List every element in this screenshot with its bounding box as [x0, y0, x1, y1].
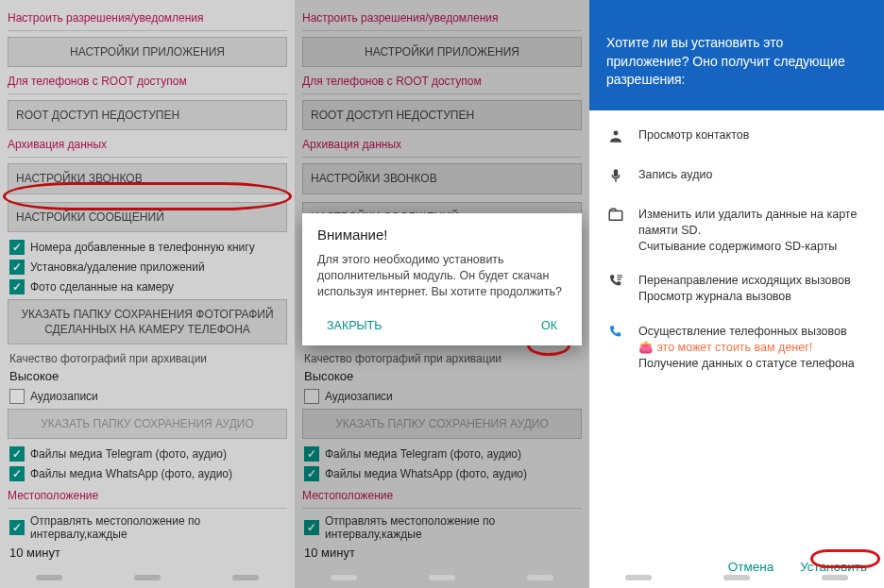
checkbox-label: Аудиозаписи [325, 390, 393, 403]
checkbox-icon [9, 520, 25, 535]
nav-home-icon[interactable] [134, 575, 161, 580]
nav-bar [295, 567, 589, 588]
checkbox-location-row[interactable]: Отправлять местоположение по интервалу,к… [9, 514, 287, 541]
dialog-ok-button[interactable]: ОК [534, 315, 565, 336]
permission-row: Просмотр контактов [589, 118, 884, 158]
nav-recent-icon[interactable] [527, 575, 553, 580]
section-archive-title: Архивация данных [8, 138, 287, 151]
nav-home-icon[interactable] [723, 575, 750, 580]
dialog-body: Для этого необходимо установить дополнит… [317, 252, 567, 300]
phone-icon [606, 324, 625, 344]
nav-bar [0, 567, 295, 588]
svg-point-0 [614, 130, 619, 135]
divider [302, 30, 582, 31]
install-header: Хотите ли вы установить это приложение? … [589, 0, 884, 110]
pane-settings-2: Настроить разрешения/уведомления НАСТРОЙ… [295, 0, 589, 588]
permission-line: Осуществление телефонных вызовов [638, 325, 847, 338]
section-location-title: Местоположение [302, 489, 582, 502]
call-log-icon [606, 273, 625, 294]
calls-settings-button[interactable]: НАСТРОЙКИ ЗВОНКОВ [8, 163, 287, 193]
photo-folder-button[interactable]: УКАЗАТЬ ПАПКУ СОХРАНЕНИЯ ФОТОГРАФИЙ СДЕЛ… [8, 299, 287, 344]
checkbox-icon [304, 446, 319, 462]
contact-icon [606, 127, 625, 148]
permission-row: Перенаправление исходящих вызовов Просмо… [589, 263, 884, 314]
root-button[interactable]: ROOT ДОСТУП НЕДОСТУПЕН [8, 100, 287, 130]
permission-text: Просмотр контактов [638, 127, 749, 143]
nav-back-icon[interactable] [36, 575, 62, 580]
dialog-title: Внимание! [317, 227, 567, 243]
svg-rect-1 [614, 169, 619, 176]
section-permissions-title: Настроить разрешения/уведомления [302, 11, 582, 25]
divider [8, 93, 287, 94]
app-settings-button[interactable]: НАСТРОЙКИ ПРИЛОЖЕНИЯ [8, 37, 287, 67]
permission-warning: это может стоить вам денег! [656, 341, 812, 354]
permission-row: Изменить или удалить данные на карте пам… [589, 197, 884, 264]
checkbox-icon [304, 389, 319, 404]
checkbox-label: Аудиозаписи [30, 390, 98, 403]
divider [8, 508, 287, 509]
permission-text: Изменить или удалить данные на карте пам… [638, 207, 867, 255]
nav-back-icon[interactable] [625, 575, 652, 580]
checkbox-whatsapp-row[interactable]: Файлы медиа WhatsApp (фото, аудио) [9, 466, 287, 481]
messages-settings-button[interactable]: НАСТРОЙКИ СООБЩЕНИЙ [8, 202, 287, 232]
nav-back-icon[interactable] [331, 575, 357, 580]
permission-text: Осуществление телефонных вызовов 👛 это м… [638, 324, 855, 372]
checkbox-apps-row[interactable]: Установка/удаление приложений [9, 260, 287, 275]
svg-rect-5 [618, 277, 622, 278]
checkbox-audio-row[interactable]: Аудиозаписи [9, 389, 287, 404]
section-permissions-title: Настроить разрешения/уведомления [8, 11, 287, 25]
checkbox-label: Номера добавленные в телефонную книгу [30, 241, 255, 254]
pane-settings-1: Настроить разрешения/уведомления НАСТРОЙ… [0, 0, 295, 588]
permission-row: Осуществление телефонных вызовов 👛 это м… [589, 314, 884, 381]
nav-home-icon[interactable] [429, 575, 455, 580]
section-root-title: Для телефонов с ROOT доступом [8, 75, 287, 88]
divider [302, 157, 582, 158]
checkbox-label: Файлы медиа WhatsApp (фото, аудио) [30, 467, 232, 480]
nav-recent-icon[interactable] [232, 575, 259, 580]
interval-value[interactable]: 10 минут [9, 546, 287, 560]
permission-text: Запись аудио [638, 167, 712, 183]
checkbox-icon [9, 240, 25, 255]
permission-line: Получение данных о статусе телефона [638, 357, 855, 370]
checkbox-label: Файлы медиа WhatsApp (фото, аудио) [325, 467, 527, 480]
quality-label: Качество фотографий при архивации [9, 352, 287, 365]
checkbox-photos-row[interactable]: Фото сделанные на камеру [9, 279, 287, 294]
checkbox-contacts-row[interactable]: Номера добавленные в телефонную книгу [9, 240, 287, 255]
interval-value[interactable]: 10 минут [304, 546, 582, 560]
quality-value[interactable]: Высокое [304, 369, 582, 383]
checkbox-label: Отправлять местоположение по интервалу,к… [325, 514, 582, 541]
app-settings-button[interactable]: НАСТРОЙКИ ПРИЛОЖЕНИЯ [302, 37, 582, 67]
checkbox-icon [9, 466, 25, 481]
svg-rect-3 [609, 210, 622, 220]
nav-recent-icon[interactable] [822, 575, 848, 580]
divider [8, 30, 287, 31]
quality-label: Качество фотографий при архивации [304, 352, 582, 365]
checkbox-telegram-row[interactable]: Файлы медиа Telegram (фото, аудио) [9, 446, 287, 462]
alert-dialog: Внимание! Для этого необходимо установит… [302, 213, 582, 345]
section-archive-title: Архивация данных [302, 138, 582, 151]
audio-folder-button[interactable]: УКАЗАТЬ ПАПКУ СОХРАНЕНИЯ АУДИО [302, 409, 582, 439]
checkbox-icon [304, 520, 319, 535]
dialog-close-button[interactable]: ЗАКРЫТЬ [319, 315, 389, 336]
nav-bar [589, 567, 884, 588]
divider [302, 93, 582, 94]
section-location-title: Местоположение [8, 489, 287, 502]
root-button[interactable]: ROOT ДОСТУП НЕДОСТУПЕН [302, 100, 582, 130]
divider [302, 508, 582, 509]
checkbox-label: Отправлять местоположение по интервалу,к… [30, 514, 287, 541]
permission-text: Перенаправление исходящих вызовов Просмо… [638, 273, 851, 305]
calls-settings-button[interactable]: НАСТРОЙКИ ЗВОНКОВ [302, 163, 582, 193]
pane-install: Хотите ли вы установить это приложение? … [589, 0, 884, 588]
checkbox-icon [9, 389, 25, 404]
svg-rect-4 [618, 276, 622, 277]
checkbox-label: Файлы медиа Telegram (фото, аудио) [325, 447, 521, 461]
permission-list: Просмотр контактов Запись аудио Изменить… [589, 110, 884, 381]
audio-folder-button[interactable]: УКАЗАТЬ ПАПКУ СОХРАНЕНИЯ АУДИО [8, 409, 287, 439]
checkbox-label: Фото сделанные на камеру [30, 280, 174, 294]
section-root-title: Для телефонов с ROOT доступом [302, 75, 582, 88]
checkbox-icon [9, 446, 25, 462]
storage-icon [606, 207, 625, 227]
checkbox-label: Установка/удаление приложений [30, 260, 205, 274]
quality-value[interactable]: Высокое [9, 369, 287, 383]
svg-rect-6 [618, 279, 621, 280]
